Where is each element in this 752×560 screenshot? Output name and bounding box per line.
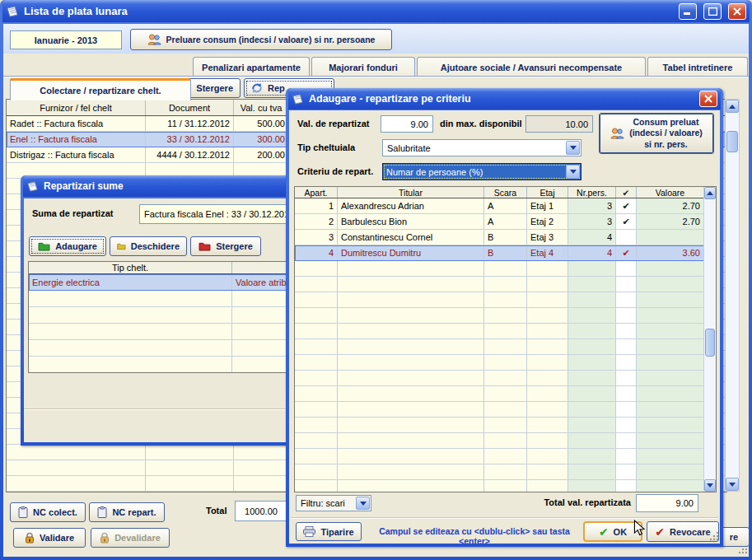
grid-cell — [637, 449, 704, 464]
tab-label: Colectare / repartizare chelt. — [40, 86, 161, 96]
tab-label: Ajutoare sociale / Avansuri necompensate — [441, 63, 622, 72]
grid-cell — [637, 261, 704, 276]
grid-cell: 11 / 31.12.2012 — [146, 116, 234, 131]
nc-repart-button[interactable]: NC repart. — [89, 502, 165, 522]
grid-cell — [146, 445, 234, 460]
filtru-dropdown[interactable]: Filtru: scari — [296, 495, 371, 511]
dialog-title: Adaugare - repartizare pe criteriu — [309, 93, 693, 105]
val-repartizat-input[interactable]: 9.00 — [381, 115, 433, 133]
tab-tabel-intretinere[interactable]: Tabel intretinere — [647, 57, 748, 77]
col-check: ✔ — [616, 187, 637, 198]
grid-cell — [616, 355, 637, 370]
table-row[interactable]: 1Alexandrescu AdrianAEtaj 13✔2.70 — [295, 198, 716, 214]
dialog-titlebar[interactable]: Adaugare - repartizare pe criteriu — [288, 88, 721, 110]
grid-cell — [484, 386, 527, 401]
tab-penalizari[interactable]: Penalizari apartamente — [193, 57, 310, 77]
table-row[interactable]: 2Barbulescu BionAEtaj 23✔2.70 — [295, 214, 716, 230]
maximize-button[interactable] — [703, 3, 722, 20]
scroll-up-button[interactable] — [726, 100, 739, 113]
grid-cell: Enel :: Factura fiscala — [7, 132, 146, 147]
grid-cell — [295, 433, 338, 448]
grid-cell[interactable]: 2.70 — [637, 214, 704, 229]
check-cell[interactable] — [616, 230, 637, 245]
criteriu-dropdown[interactable]: Numar de persoane (%) — [382, 163, 582, 180]
check-cell[interactable]: ✔ — [616, 198, 637, 213]
grid-cell — [568, 277, 616, 292]
grid-cell — [568, 339, 616, 354]
grid-cell — [295, 292, 338, 307]
val-repartizat-label: Val. de repartizat — [297, 119, 369, 128]
grid-cell — [527, 371, 568, 385]
minimize-button[interactable] — [679, 3, 697, 20]
table-row[interactable]: 3Constantinescu CornelBEtaj 34 — [295, 230, 716, 245]
scroll-down-button[interactable] — [726, 478, 739, 491]
tab-colectare[interactable]: Colectare / repartizare chelt. — [10, 78, 191, 100]
dialog-close-button[interactable] — [699, 91, 717, 107]
grid-cell — [295, 277, 338, 292]
dialog-divider — [291, 517, 718, 519]
grid-cell: Radet :: Factura fiscala — [7, 116, 146, 131]
grid-cell — [295, 480, 338, 492]
nc-colect-button[interactable]: NC colect. — [10, 502, 86, 522]
chevron-down-icon[interactable] — [356, 497, 370, 510]
grid-cell — [637, 386, 704, 401]
table-row — [295, 339, 716, 355]
grid-cell — [338, 480, 484, 492]
button-label: Validare — [40, 533, 74, 543]
grid-cell — [234, 445, 289, 460]
grid-cell[interactable]: 3.60 — [637, 245, 704, 260]
repart-stergere-button[interactable]: Stergere — [190, 236, 261, 256]
tiparire-button[interactable]: Tiparire — [296, 522, 362, 541]
close-button[interactable] — [728, 3, 746, 20]
grid-cell: 3 — [568, 198, 616, 213]
grid-cell — [338, 292, 484, 307]
grid-cell — [484, 277, 527, 292]
check-cell[interactable]: ✔ — [616, 245, 637, 260]
repart-deschidere-button[interactable]: Deschidere — [110, 236, 187, 256]
suma-value: Factura fiscala Enel : 33 / 30.12.2012 — [144, 209, 294, 219]
repart-adaugare-button[interactable]: Adaugare — [29, 236, 106, 256]
col-titular: Titular — [338, 187, 484, 198]
scroll-thumb[interactable] — [705, 329, 715, 357]
repart-title: Repartizari sume — [44, 180, 124, 192]
mouse-cursor — [633, 520, 646, 536]
dialog-resize-grip[interactable] — [708, 532, 718, 542]
tip-cheltuiala-dropdown[interactable]: Salubritate — [382, 139, 582, 156]
button-label: Rep — [268, 83, 285, 93]
col-furnizor: Furnizor / fel chelt — [7, 100, 146, 115]
chevron-down-icon[interactable] — [566, 165, 580, 179]
grid-cell: 4 — [295, 245, 338, 260]
main-grid-scrollbar[interactable] — [725, 99, 740, 492]
grid-cell — [568, 308, 616, 323]
grid-cell — [527, 480, 568, 492]
scroll-down-button[interactable] — [704, 479, 716, 492]
validare-button[interactable]: Validare — [13, 528, 86, 548]
grid-cell: Barbulescu Bion — [338, 214, 484, 229]
max-disponibil-value: 10.00 — [565, 119, 588, 129]
grid-cell: 300.00 — [234, 132, 289, 147]
grid-cell — [527, 386, 568, 401]
tab-majorari[interactable]: Majorari fonduri — [311, 57, 415, 77]
grid-cell[interactable] — [637, 230, 704, 245]
period-field[interactable]: Ianuarie - 2013 — [10, 30, 122, 49]
tip-cheltuiala-label: Tip cheltuiala — [297, 142, 355, 152]
consum-preluat-button[interactable]: Consum preluat (indecsi / valoare) si nr… — [599, 113, 714, 154]
dialog-grid-scrollbar[interactable] — [703, 187, 716, 492]
scroll-thumb[interactable] — [726, 131, 738, 152]
max-disponibil-field: 10.00 — [525, 115, 593, 133]
grid-cell — [637, 339, 704, 354]
grid-cell: 4 — [568, 245, 616, 260]
check-cell[interactable]: ✔ — [616, 214, 637, 229]
chevron-down-icon[interactable] — [566, 141, 580, 155]
table-row[interactable]: 4Dumitrescu DumitruBEtaj 44✔3.60 — [295, 245, 716, 261]
preluare-consum-button[interactable]: Preluare consum (indecsi / valoare) si n… — [130, 29, 392, 50]
grid-cell[interactable]: 2.70 — [637, 198, 704, 213]
scroll-up-button[interactable] — [704, 187, 716, 199]
criteriu-value: Numar de persoane (%) — [383, 164, 581, 180]
grid-cell — [527, 339, 568, 354]
grid-cell: 500.00 — [234, 116, 289, 131]
grid-cell: Etaj 2 — [527, 214, 568, 229]
grid-cell — [616, 308, 637, 323]
tab-ajutoare[interactable]: Ajutoare sociale / Avansuri necompensate — [417, 57, 646, 77]
grid-cell — [484, 480, 527, 492]
